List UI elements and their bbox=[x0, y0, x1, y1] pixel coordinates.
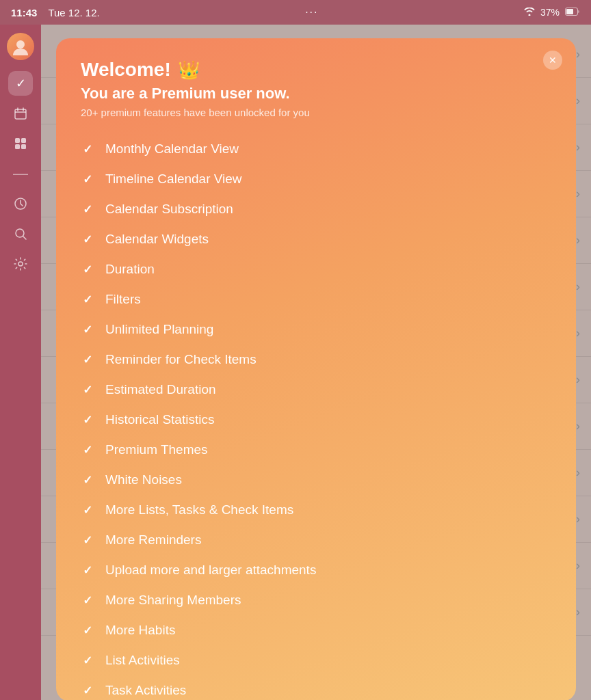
feature-label: Unlimited Planning bbox=[105, 322, 213, 337]
check-icon: ✓ bbox=[81, 623, 94, 638]
feature-item: ✓Calendar Widgets bbox=[81, 225, 551, 254]
feature-item: ✓Reminder for Check Items bbox=[81, 345, 551, 374]
svg-point-9 bbox=[16, 229, 24, 237]
modal-description: 20+ premium features have been unlocked … bbox=[81, 107, 551, 118]
check-icon: ✓ bbox=[81, 503, 94, 517]
check-icon: ✓ bbox=[81, 232, 94, 247]
features-list: ✓Monthly Calendar View✓Timeline Calendar… bbox=[81, 135, 551, 700]
check-icon: ✓ bbox=[81, 262, 94, 277]
status-time: 11:43 bbox=[11, 7, 37, 18]
feature-label: Timeline Calendar View bbox=[105, 172, 242, 187]
check-icon: ✓ bbox=[81, 654, 94, 668]
feature-label: Calendar Widgets bbox=[105, 232, 209, 247]
check-icon: ✓ bbox=[81, 323, 94, 337]
wifi-icon bbox=[524, 7, 535, 18]
feature-item: ✓Timeline Calendar View bbox=[81, 165, 551, 193]
feature-item: ✓Filters bbox=[81, 285, 551, 314]
check-icon: ✓ bbox=[81, 443, 94, 457]
feature-label: Premium Themes bbox=[105, 442, 208, 457]
feature-item: ✓Historical Statistics bbox=[81, 405, 551, 434]
feature-label: Duration bbox=[105, 262, 155, 277]
svg-rect-5 bbox=[21, 138, 26, 143]
svg-rect-7 bbox=[21, 144, 26, 149]
feature-label: Reminder for Check Items bbox=[105, 352, 257, 367]
feature-item: ✓Calendar Subscription bbox=[81, 195, 551, 224]
modal-welcome-text: Welcome! bbox=[81, 59, 171, 81]
feature-label: Estimated Duration bbox=[105, 382, 216, 397]
feature-label: More Sharing Members bbox=[105, 593, 241, 608]
check-icon: ✓ bbox=[81, 563, 94, 578]
modal-close-button[interactable]: ✕ bbox=[543, 51, 562, 70]
svg-point-2 bbox=[16, 40, 25, 49]
feature-item: ✓More Habits bbox=[81, 616, 551, 645]
svg-rect-6 bbox=[15, 144, 20, 149]
crown-icon: 👑 bbox=[178, 59, 200, 81]
feature-item: ✓White Noises bbox=[81, 466, 551, 494]
sidebar-item-grid[interactable] bbox=[8, 131, 33, 156]
feature-item: ✓Estimated Duration bbox=[81, 375, 551, 404]
svg-point-10 bbox=[18, 262, 23, 266]
feature-item: ✓Monthly Calendar View bbox=[81, 135, 551, 163]
sidebar-item-dash[interactable]: — bbox=[8, 161, 33, 186]
battery-percent: 37% bbox=[540, 7, 560, 18]
feature-item: ✓More Lists, Tasks & Check Items bbox=[81, 496, 551, 524]
sidebar-item-settings[interactable] bbox=[8, 252, 33, 276]
feature-item: ✓Upload more and larger attachments bbox=[81, 556, 551, 584]
check-icon: ✓ bbox=[81, 353, 94, 367]
svg-rect-3 bbox=[15, 109, 26, 119]
status-right: 37% bbox=[524, 7, 580, 18]
feature-item: ✓List Activities bbox=[81, 646, 551, 675]
check-icon: ✓ bbox=[81, 293, 94, 307]
modal-subtitle: You are a Premium user now. bbox=[81, 85, 551, 103]
check-icon: ✓ bbox=[81, 202, 94, 217]
modal-header: Welcome! 👑 You are a Premium user now. 2… bbox=[81, 59, 551, 118]
feature-label: Calendar Subscription bbox=[105, 202, 233, 217]
premium-modal: ✕ Welcome! 👑 You are a Premium user now.… bbox=[56, 38, 576, 700]
status-dots: ··· bbox=[305, 6, 318, 18]
feature-label: Historical Statistics bbox=[105, 412, 214, 427]
feature-item: ✓Unlimited Planning bbox=[81, 315, 551, 344]
feature-label: More Lists, Tasks & Check Items bbox=[105, 502, 293, 517]
svg-rect-1 bbox=[566, 9, 573, 14]
feature-label: Upload more and larger attachments bbox=[105, 563, 316, 578]
sidebar-item-clock[interactable] bbox=[8, 191, 33, 216]
feature-label: Filters bbox=[105, 292, 141, 307]
feature-item: ✓Duration bbox=[81, 255, 551, 284]
check-icon: ✓ bbox=[81, 413, 94, 427]
check-icon: ✓ bbox=[81, 142, 94, 157]
feature-label: More Reminders bbox=[105, 533, 201, 548]
check-icon: ✓ bbox=[81, 383, 94, 397]
avatar[interactable] bbox=[7, 33, 34, 60]
sidebar-item-calendar[interactable] bbox=[8, 101, 33, 126]
feature-item: ✓Premium Themes bbox=[81, 435, 551, 464]
feature-item: ✓Task Activities bbox=[81, 676, 551, 700]
feature-label: Monthly Calendar View bbox=[105, 142, 239, 157]
check-icon: ✓ bbox=[81, 473, 94, 487]
status-bar: 11:43 Tue 12. 12. ··· 37% bbox=[0, 0, 591, 25]
status-date: Tue 12. 12. bbox=[48, 7, 99, 18]
feature-item: ✓More Reminders bbox=[81, 526, 551, 554]
sidebar-item-search[interactable] bbox=[8, 221, 33, 246]
feature-label: More Habits bbox=[105, 623, 175, 638]
feature-label: List Activities bbox=[105, 653, 180, 668]
modal-overlay: ✕ Welcome! 👑 You are a Premium user now.… bbox=[41, 25, 591, 700]
check-icon: ✓ bbox=[81, 684, 94, 698]
battery-icon bbox=[565, 7, 580, 18]
check-icon: ✓ bbox=[81, 172, 94, 187]
check-icon: ✓ bbox=[81, 593, 94, 608]
sidebar: ✓ — bbox=[0, 25, 41, 700]
feature-label: Task Activities bbox=[105, 683, 186, 698]
svg-rect-4 bbox=[15, 138, 20, 143]
feature-item: ✓More Sharing Members bbox=[81, 586, 551, 615]
check-icon: ✓ bbox=[81, 533, 94, 548]
feature-label: White Noises bbox=[105, 472, 182, 487]
modal-title-line: Welcome! 👑 bbox=[81, 59, 551, 81]
sidebar-item-tasks[interactable]: ✓ bbox=[8, 71, 33, 96]
